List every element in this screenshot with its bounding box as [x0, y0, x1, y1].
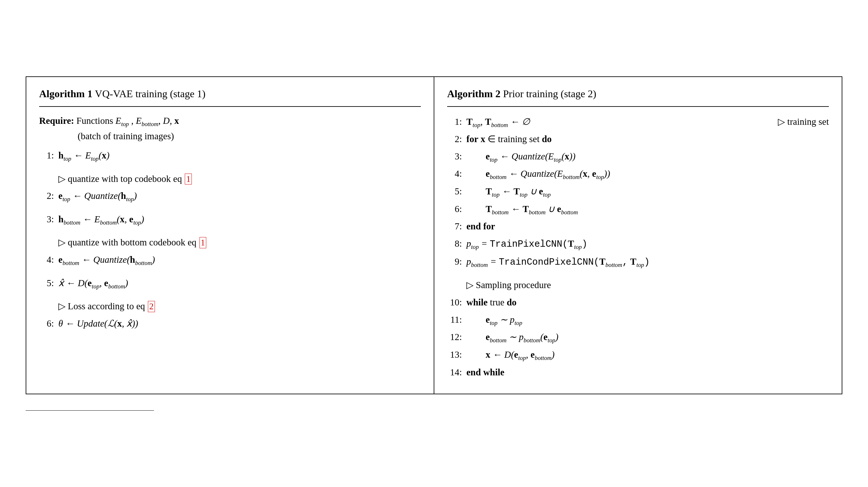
algorithm-2-box: Algorithm 2 Prior training (stage 2) 1: …: [434, 77, 842, 394]
algo2-line-content-10: while true do: [466, 294, 829, 311]
algo2-training-set-comment: ▷ training set: [765, 113, 829, 130]
algo2-line-3: 3: etop ← Quantize(Etop(x)): [447, 148, 829, 165]
algo2-line-content-9: pbottom = TrainCondPixelCNN(Tbottom, Tto…: [466, 253, 829, 271]
algo2-line-content-11: etop ∼ ptop: [486, 311, 829, 329]
algo2-line-14: 14: end while: [447, 364, 829, 381]
line-content-1: htop ← Etop(x): [58, 147, 421, 164]
algo2-line-content-6: Tbottom ← Tbottom ∪ ebottom: [486, 201, 829, 218]
ref-box-2: 2: [148, 301, 155, 312]
algo2-title: Prior training (stage 2): [500, 88, 596, 99]
algo2-line-11: 11: etop ∼ ptop: [447, 311, 829, 329]
algo1-line-3: 3: hbottom ← Ebottom(x, etop): [39, 211, 421, 229]
algo1-line-2: 2: etop ← Quantize(htop): [39, 187, 421, 205]
page-footer: [26, 407, 842, 410]
algo2-line-num-7: 7:: [447, 218, 466, 235]
line-num-5: 5:: [39, 275, 58, 292]
algo1-label: Algorithm 1: [39, 88, 92, 99]
algo2-line-num-5: 5:: [447, 183, 466, 200]
algorithms-container: Algorithm 1 VQ-VAE training (stage 1) Re…: [26, 77, 842, 395]
algo1-comment-loss: ▷ Loss according to eq 2: [58, 298, 421, 315]
algo2-line-12: 12: ebottom ∼ pbottom(etop): [447, 329, 829, 346]
algo1-title: VQ-VAE training (stage 1): [92, 88, 206, 99]
algo2-line-num-4: 4:: [447, 165, 466, 183]
line-num-2: 2:: [39, 187, 58, 205]
ref-box-1: 1: [185, 174, 192, 184]
algo1-require: Require: Functions Etop , Ebottom, D, x: [39, 113, 421, 129]
line-num-4: 4:: [39, 251, 58, 269]
line-num-1: 1:: [39, 147, 58, 164]
algorithm-1-box: Algorithm 1 VQ-VAE training (stage 1) Re…: [26, 77, 434, 394]
algo2-line-10: 10: while true do: [447, 294, 829, 311]
algo2-line-content-12: ebottom ∼ pbottom(etop): [486, 329, 829, 346]
algo2-line-8: 8: ptop = TrainPixelCNN(Ttop): [447, 235, 829, 253]
algo2-line-num-12: 12:: [447, 329, 466, 346]
line-content-6: θ ← Update(ℒ(x, x̂)): [58, 315, 421, 332]
algo2-line-num-6: 6:: [447, 201, 466, 218]
algo2-line-6: 6: Tbottom ← Tbottom ∪ ebottom: [447, 201, 829, 218]
line-content-5: x̂ ← D(etop, ebottom): [58, 275, 421, 292]
algo2-line-num-11: 11:: [447, 311, 466, 329]
algo2-line-num-8: 8:: [447, 235, 466, 252]
algo2-line-num-13: 13:: [447, 346, 466, 364]
algo2-line-1: 1: Ttop, Tbottom ← ∅ ▷ training set: [447, 113, 829, 131]
algo2-line-9: 9: pbottom = TrainCondPixelCNN(Tbottom, …: [447, 253, 829, 271]
algo2-line-content-2: for x ∈ training set do: [466, 130, 829, 148]
algo2-line-content-14: end while: [466, 364, 829, 381]
algo2-line-num-14: 14:: [447, 364, 466, 381]
algo2-label: Algorithm 2: [447, 88, 500, 99]
require-label: Require:: [39, 116, 74, 126]
algo2-line-4: 4: ebottom ← Quantize(Ebottom(x, etop)): [447, 165, 829, 183]
algo2-line-num-1: 1:: [447, 113, 466, 130]
line-num-3: 3:: [39, 211, 58, 228]
algo2-line-content-5: Ttop ← Ttop ∪ etop: [486, 183, 829, 201]
algo2-comment-sampling: ▷ Sampling procedure: [466, 277, 829, 294]
footer-rule: [26, 410, 154, 410]
algo2-line-content-7: end for: [466, 218, 829, 235]
algo2-line-num-10: 10:: [447, 294, 466, 311]
algo2-line-5: 5: Ttop ← Ttop ∪ etop: [447, 183, 829, 201]
algo2-line-num-9: 9:: [447, 253, 466, 270]
algo2-line-content-1: Ttop, Tbottom ← ∅: [466, 113, 765, 131]
algo2-line-13: 13: x ← D(etop, ebottom): [447, 346, 829, 364]
algo1-lines: 1: htop ← Etop(x) ▷ quantize with top co…: [39, 147, 421, 332]
algo2-line-content-4: ebottom ← Quantize(Ebottom(x, etop)): [486, 165, 829, 183]
algo1-line-6: 6: θ ← Update(ℒ(x, x̂)): [39, 315, 421, 332]
algo2-line-2: 2: for x ∈ training set do: [447, 130, 829, 148]
ref-box-1b: 1: [199, 237, 207, 248]
algo1-line-5: 5: x̂ ← D(etop, ebottom): [39, 275, 421, 292]
algo2-line-7: 7: end for: [447, 218, 829, 235]
line-num-6: 6:: [39, 315, 58, 332]
algo2-line-content-8: ptop = TrainPixelCNN(Ttop): [466, 235, 829, 253]
algo2-line-content-3: etop ← Quantize(Etop(x)): [486, 148, 829, 165]
algorithm-2-header: Algorithm 2 Prior training (stage 2): [447, 87, 829, 107]
algo1-line-1: 1: htop ← Etop(x): [39, 147, 421, 164]
line-content-2: etop ← Quantize(htop): [58, 187, 421, 205]
algo2-lines: 1: Ttop, Tbottom ← ∅ ▷ training set 2: f…: [447, 113, 829, 381]
algo2-line-num-2: 2:: [447, 130, 466, 148]
algo2-line-content-13: x ← D(etop, ebottom): [486, 346, 829, 364]
algo1-comment-quantize-top: ▷ quantize with top codebook eq 1: [58, 170, 421, 188]
line-content-4: ebottom ← Quantize(hbottom): [58, 251, 421, 269]
line-content-3: hbottom ← Ebottom(x, etop): [58, 211, 421, 229]
require-text: Functions Etop , Ebottom, D, x: [76, 116, 179, 126]
algo1-comment-quantize-bottom: ▷ quantize with bottom codebook eq 1: [58, 234, 421, 251]
require-text-2: (batch of training images): [78, 129, 421, 144]
algo1-line-4: 4: ebottom ← Quantize(hbottom): [39, 251, 421, 269]
algorithm-1-header: Algorithm 1 VQ-VAE training (stage 1): [39, 87, 421, 107]
algo2-line-num-3: 3:: [447, 148, 466, 165]
